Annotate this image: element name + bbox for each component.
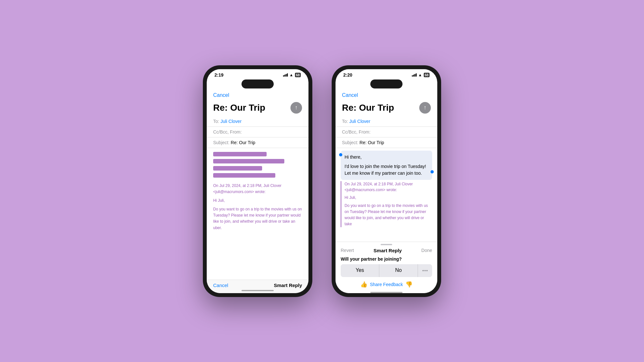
left-email-area: Cancel Re: Our Trip To: Juli Clover Cc/B… [207,91,308,293]
right-cc-label: Cc/Bcc, From: [342,129,371,135]
left-to-value[interactable]: Juli Clover [221,119,242,124]
left-header-bar: Cancel [207,91,308,101]
right-status-time: 2:20 [343,72,352,78]
right-home-indicator [370,292,402,293]
right-share-feedback-button[interactable]: Share Feedback [370,282,403,287]
left-wifi-icon: ▲ [289,73,293,77]
right-subject-value: Re: Our Trip [360,140,384,145]
right-thumbs-down-icon[interactable]: 👎 [405,281,412,288]
right-sheet-drag-handle [381,244,392,245]
right-smart-reply-title: Smart Reply [374,248,402,253]
left-status-icons: ▲ 68 [283,73,301,77]
left-signal-icon [283,73,288,77]
left-phone-screen: 2:19 ▲ 68 Cancel Re: Our Trip [207,69,308,293]
right-sheet-options: Yes No [336,264,437,280]
right-subject-row: Subject: Re: Our Trip [336,137,437,148]
right-status-icons: ▲ 68 [412,73,430,77]
left-battery-icon: 68 [295,73,301,77]
left-dynamic-island [242,79,274,88]
left-to-label: To: [213,119,219,124]
svg-point-1 [424,270,426,271]
right-thumbs-up-icon[interactable]: 👍 [360,281,367,288]
right-to-value[interactable]: Juli Clover [349,119,370,124]
right-feedback-row: 👍 Share Feedback 👎 [336,280,437,290]
left-toolbar-smart-reply-button[interactable]: Smart Reply [274,283,302,288]
right-cc-row: Cc/Bcc, From: [336,127,437,137]
left-subject-value: Re: Our Trip [231,140,255,145]
left-placeholder-3 [213,166,262,171]
right-quoted-greeting: Hi Juli, [345,195,432,201]
left-placeholder-2 [213,159,284,163]
left-quoted-body: Do you want to go on a trip to the movie… [213,206,302,231]
left-status-time: 2:19 [214,72,223,78]
right-to-label: To: [342,119,348,124]
right-option-more-button[interactable] [418,264,432,277]
svg-point-2 [426,270,428,271]
right-dynamic-island [370,79,402,88]
svg-point-0 [422,270,424,271]
right-email-subject-title: Re: Our Trip [342,103,394,113]
right-reply-compose-area[interactable]: Hi there, I'd love to join the movie tri… [341,151,432,180]
right-email-area: Cancel Re: Our Trip To: Juli Clover Cc/B… [336,91,437,293]
right-quoted-section: On Jul 29, 2024, at 2:18 PM, Juli Clover… [336,181,437,242]
left-cc-label: Cc/Bcc, From: [213,129,242,135]
left-cancel-top-button[interactable]: Cancel [213,92,229,98]
left-to-row: To: Juli Clover [207,116,308,127]
right-to-row: To: Juli Clover [336,116,437,127]
left-subject-row: Subject: Re: Our Trip [207,137,308,148]
right-quoted-body: Do you want to go on a trip to the movie… [345,203,432,227]
right-reply-greeting: Hi there, [345,154,428,161]
left-bottom-toolbar: Cancel Smart Reply [207,280,308,293]
right-option-yes-button[interactable]: Yes [341,264,379,277]
right-send-button[interactable] [419,102,431,114]
right-subject-label: Subject: [342,140,358,145]
right-battery-icon: 68 [424,73,430,77]
right-reply-body: I'd love to join the movie trip on Tuesd… [345,163,428,177]
right-phone-screen: 2:20 ▲ 68 Cancel Re: Our Trip [336,69,437,293]
left-placeholder-lines [213,152,302,178]
left-subject-label: Subject: [213,140,230,145]
left-quoted-text: On Jul 29, 2024, at 2:18 PM, Juli Clover… [213,183,302,231]
left-quoted-header: On Jul 29, 2024, at 2:18 PM, Juli Clover… [213,183,302,195]
left-cc-row: Cc/Bcc, From: [207,127,308,137]
left-email-title-row: Re: Our Trip [207,101,308,116]
left-phone: 2:19 ▲ 68 Cancel Re: Our Trip [203,65,312,297]
right-status-bar: 2:20 ▲ 68 [336,69,437,79]
left-email-subject-title: Re: Our Trip [213,103,265,113]
right-done-button[interactable]: Done [421,248,432,253]
right-header-bar: Cancel [336,91,437,101]
left-placeholder-4 [213,173,275,178]
right-quoted-meta: On Jul 29, 2024, at 2:18 PM, Juli Clover… [345,181,432,193]
left-toolbar-row: Cancel Smart Reply [207,283,308,288]
right-email-title-row: Re: Our Trip [336,101,437,116]
right-smart-reply-sheet: Revert Smart Reply Done Will your partne… [336,242,437,293]
left-quoted-greeting: Hi Juli, [213,198,302,204]
right-revert-button[interactable]: Revert [341,248,354,253]
right-wifi-icon: ▲ [418,73,422,77]
left-home-indicator [242,290,274,291]
left-send-button[interactable] [290,102,302,114]
right-sheet-question: Will your partner be joining? [336,255,437,264]
right-selection-handle-right [431,170,434,173]
left-toolbar-cancel-button[interactable]: Cancel [213,283,228,288]
right-phone: 2:20 ▲ 68 Cancel Re: Our Trip [332,65,441,297]
left-compose-area[interactable]: On Jul 29, 2024, at 2:18 PM, Juli Clover… [207,148,308,280]
right-quoted-border: On Jul 29, 2024, at 2:18 PM, Juli Clover… [341,181,432,227]
right-option-no-button[interactable]: No [379,264,418,277]
right-cancel-top-button[interactable]: Cancel [342,92,358,98]
right-signal-icon [412,73,417,77]
left-status-bar: 2:19 ▲ 68 [207,69,308,79]
right-selection-handle-left [339,153,342,156]
left-placeholder-1 [213,152,267,156]
right-sheet-toolbar: Revert Smart Reply Done [336,247,437,255]
